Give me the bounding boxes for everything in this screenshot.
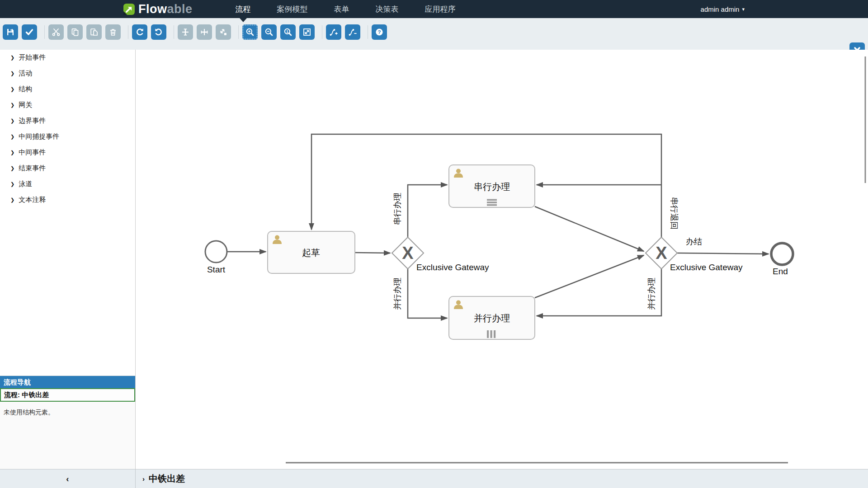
chevron-right-icon xyxy=(10,197,14,203)
chevron-right-icon xyxy=(10,86,14,92)
edge-gateway1-to-parallel[interactable] xyxy=(408,269,447,318)
validate-check-icon xyxy=(25,28,34,37)
redo-button[interactable] xyxy=(132,24,147,40)
user-task-label: 并行办理 xyxy=(474,313,510,323)
end-event-label: End xyxy=(773,267,788,276)
palette-group-text-annotation[interactable]: 文本注释 xyxy=(0,192,135,208)
edge-label-serial-return: 串行退回 xyxy=(670,197,679,230)
palette-group-activities[interactable]: 活动 xyxy=(0,66,135,81)
edge-gateway1-to-serial[interactable] xyxy=(408,185,447,237)
edge-draft-to-gateway1[interactable] xyxy=(355,253,390,253)
remove-bendpoint-icon xyxy=(348,28,357,37)
zoom-actual-button[interactable]: 1 xyxy=(280,24,296,40)
edge-serial-to-gateway2[interactable] xyxy=(535,206,644,251)
remove-bendpoint-button[interactable] xyxy=(345,24,360,40)
add-bendpoint-icon xyxy=(329,28,338,37)
edge-gateway2-return-to-parallel[interactable] xyxy=(537,269,661,316)
edge-label-parallel-return: 并行办理 xyxy=(647,277,656,310)
add-bendpoint-button[interactable] xyxy=(326,24,341,40)
zoom-actual-icon: 1 xyxy=(283,28,292,37)
end-event-node[interactable] xyxy=(771,243,793,265)
zoom-fit-icon xyxy=(302,28,311,37)
brand-name: Flowable xyxy=(138,2,193,16)
copy-icon xyxy=(71,28,80,37)
editor-toolbar: 1 xyxy=(0,18,868,50)
palette-group-boundary-events[interactable]: 边界事件 xyxy=(0,113,135,129)
save-button[interactable] xyxy=(3,24,18,40)
sidebar-footer: ‹ xyxy=(0,469,136,488)
palette-group-gateways[interactable]: 网关 xyxy=(0,97,135,113)
undo-button[interactable] xyxy=(151,24,166,40)
svg-text:?: ? xyxy=(377,29,381,35)
user-task-parallel[interactable]: 并行办理 xyxy=(449,296,535,339)
toolbar-separator xyxy=(368,25,368,39)
toolbar-separator xyxy=(174,25,174,39)
same-size-button xyxy=(216,24,231,40)
chevron-right-icon xyxy=(10,55,14,61)
zoom-fit-button[interactable] xyxy=(299,24,315,40)
toolbar-separator xyxy=(238,25,239,39)
palette-group-intermediate-catching-events[interactable]: 中间捕捉事件 xyxy=(0,129,135,145)
tab-case-models[interactable]: 案例模型 xyxy=(277,0,308,18)
palette-group-intermediate-events[interactable]: 中间事件 xyxy=(0,145,135,160)
bpmn-canvas[interactable]: Start 起草 X Exclusive Gateway xyxy=(136,50,868,469)
help-button[interactable]: ? xyxy=(372,24,387,40)
user-menu[interactable]: admin admin ▾ xyxy=(701,0,745,18)
toolbar-separator xyxy=(128,25,128,39)
edge-gateway2-to-end[interactable] xyxy=(677,253,769,254)
process-navigator-header: 流程导航 xyxy=(0,376,135,388)
zoom-out-button[interactable] xyxy=(261,24,277,40)
user-name: admin admin xyxy=(701,5,740,13)
palette-group-label: 泳道 xyxy=(19,180,32,188)
chevron-right-icon xyxy=(10,134,14,140)
palette-group-structural[interactable]: 结构 xyxy=(0,81,135,97)
exclusive-gateway-x-icon: X xyxy=(656,244,667,263)
navigator-empty-note: 未使用结构元素。 xyxy=(0,408,135,417)
bottom-bar: ‹ › 中铁出差 xyxy=(0,469,868,488)
palette-group-end-events[interactable]: 结束事件 xyxy=(0,160,135,176)
paste-button xyxy=(86,24,102,40)
toolbar-separator xyxy=(44,25,45,39)
user-task-label: 起草 xyxy=(302,248,320,258)
chevron-right-icon xyxy=(10,70,14,76)
undo-icon xyxy=(154,28,163,37)
shape-palette-sidebar: 开始事件 活动 结构 网关 边界事件 中间捕捉事件 中间事件 结束事件 泳道 文… xyxy=(0,50,136,469)
start-event-node[interactable] xyxy=(205,241,227,263)
trash-icon xyxy=(108,28,118,37)
paste-icon xyxy=(90,28,99,37)
user-task-serial[interactable]: 串行办理 xyxy=(449,165,535,207)
palette-group-start-events[interactable]: 开始事件 xyxy=(0,50,135,66)
save-icon xyxy=(6,28,15,37)
current-process-item[interactable]: 流程: 中铁出差 xyxy=(0,388,135,402)
collapse-sidebar-icon[interactable]: ‹ xyxy=(66,474,69,484)
edge-label-finish: 办结 xyxy=(686,237,702,246)
gateway2-label: Exclusive Gateway xyxy=(670,263,743,272)
help-icon: ? xyxy=(375,28,384,37)
align-horizontal-button xyxy=(197,24,212,40)
align-vertical-button xyxy=(178,24,193,40)
redo-icon xyxy=(135,28,144,37)
user-task-label: 串行办理 xyxy=(474,182,510,192)
zoom-out-icon xyxy=(264,28,274,37)
user-task-draft[interactable]: 起草 xyxy=(268,231,355,273)
exclusive-gateway-x-icon: X xyxy=(402,244,414,263)
palette-group-swimlanes[interactable]: 泳道 xyxy=(0,176,135,192)
edge-parallel-to-gateway2[interactable] xyxy=(535,255,644,298)
chevron-right-icon xyxy=(10,150,14,155)
validate-button[interactable] xyxy=(22,24,37,40)
top-navbar: Flowable 流程 案例模型 表单 决策表 应用程序 admin admin… xyxy=(0,0,868,18)
tab-decision-tables[interactable]: 决策表 xyxy=(376,0,399,18)
tab-forms[interactable]: 表单 xyxy=(334,0,349,18)
edge-label-to-serial: 串行办理 xyxy=(393,192,402,225)
palette-group-label: 中间事件 xyxy=(19,148,46,157)
palette-group-label: 中间捕捉事件 xyxy=(19,132,59,141)
process-title[interactable]: 中铁出差 xyxy=(149,473,185,485)
tab-apps[interactable]: 应用程序 xyxy=(425,0,456,18)
align-horizontal-icon xyxy=(200,28,209,37)
copy-button xyxy=(67,24,83,40)
zoom-in-button[interactable] xyxy=(242,24,258,40)
flowable-logo[interactable]: Flowable xyxy=(123,2,193,16)
tab-processes[interactable]: 流程 xyxy=(236,0,251,18)
palette-group-label: 网关 xyxy=(19,101,32,109)
chevron-right-icon xyxy=(10,118,14,124)
